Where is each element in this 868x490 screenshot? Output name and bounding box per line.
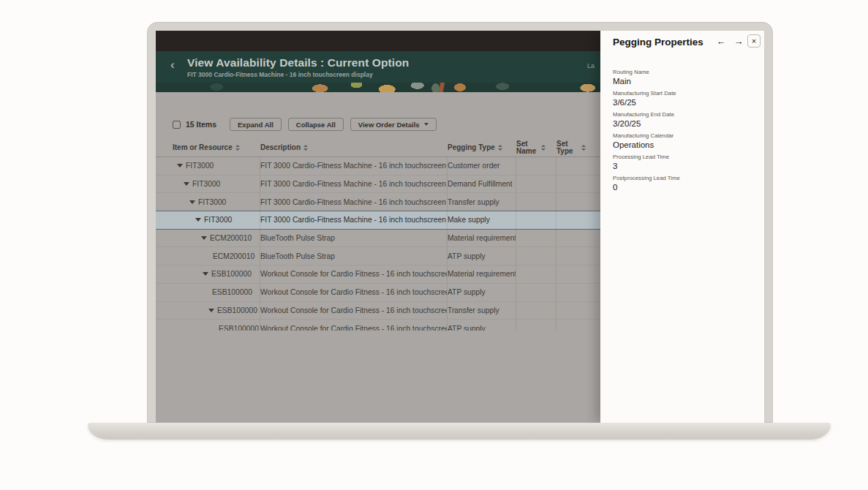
set-type-cell <box>556 157 601 175</box>
item-or-resource-cell: ESB100000 <box>156 320 260 331</box>
expand-caret-icon[interactable] <box>201 236 207 240</box>
view-order-details-label: View Order Details <box>358 121 420 129</box>
field-value: 0 <box>613 182 752 192</box>
expand-caret-icon[interactable] <box>203 272 208 276</box>
pegging-type-cell: Customer order <box>448 157 516 175</box>
table-row[interactable]: ESB100000 Workout Console for Cardio Fit… <box>156 320 601 331</box>
column-label: Item or Resource <box>173 144 233 151</box>
column-header-description[interactable]: Description <box>260 144 448 151</box>
close-icon[interactable]: × <box>747 34 761 48</box>
expand-all-label: Expand All <box>238 121 273 129</box>
item-or-resource-cell: ESB100000 <box>156 302 260 320</box>
table-row[interactable]: FIT3000 FIT 3000 Cardio-Fitness Machine … <box>156 176 601 194</box>
property-field: Routing Name Main <box>613 69 752 86</box>
description-cell: Workout Console for Cardio Fitness - 16 … <box>260 302 448 320</box>
set-type-cell <box>556 320 601 331</box>
select-all-checkbox[interactable] <box>173 121 181 129</box>
sort-icon[interactable] <box>581 145 586 151</box>
sort-icon[interactable] <box>235 145 240 151</box>
item-code: ESB100000 <box>211 270 252 278</box>
table-row[interactable]: ESB100000 Workout Console for Cardio Fit… <box>156 302 601 320</box>
previous-record-arrow-icon[interactable]: ← <box>715 36 727 48</box>
pegging-type-cell: Demand Fulfillment <box>448 176 516 193</box>
pegging-type-cell: ATP supply <box>448 247 516 265</box>
property-field: Processing Lead Time 3 <box>613 154 752 171</box>
expand-caret-icon[interactable] <box>195 218 201 222</box>
table-row[interactable]: ECM200010 BlueTooth Pulse Strap Material… <box>156 230 601 248</box>
table-row[interactable]: FIT3000 FIT 3000 Cardio-Fitness Machine … <box>156 157 601 176</box>
field-value: Main <box>613 76 752 86</box>
sort-icon[interactable] <box>498 145 502 151</box>
column-header-set-type[interactable]: Set Type <box>556 140 601 155</box>
item-or-resource-cell: FIT3000 <box>156 157 260 175</box>
description-cell: BlueTooth Pulse Strap <box>260 247 448 265</box>
page: ‹ View Availability Details : Current Op… <box>0 0 868 490</box>
column-header-pegging-type[interactable]: Pegging Type <box>448 144 516 151</box>
set-type-cell <box>556 247 601 265</box>
description-cell: Workout Console for Cardio Fitness - 16 … <box>260 284 448 301</box>
dropdown-caret-icon <box>424 123 429 126</box>
table-row[interactable]: ESB100000 Workout Console for Cardio Fit… <box>156 284 601 302</box>
pegging-type-cell: Material requirement <box>448 265 516 283</box>
view-order-details-button[interactable]: View Order Details <box>350 118 437 131</box>
field-label: Manufacturing End Date <box>613 111 752 118</box>
expand-all-button[interactable]: Expand All <box>230 118 282 131</box>
expand-caret-icon[interactable] <box>184 182 189 186</box>
item-or-resource-cell: FIT3000 <box>156 193 260 211</box>
table-header-row: Item or Resource Description Pegging Typ… <box>156 138 601 157</box>
set-type-cell <box>556 265 601 283</box>
description-cell: BlueTooth Pulse Strap <box>260 230 448 247</box>
sort-icon[interactable] <box>303 145 308 151</box>
expand-caret-icon[interactable] <box>208 309 214 312</box>
description-cell: FIT 3000 Cardio-Fitness Machine - 16 inc… <box>260 176 448 193</box>
description-cell: Workout Console for Cardio Fitness - 16 … <box>260 320 448 331</box>
table-toolbar: 15 Items Expand All Collapse All View Or… <box>173 118 437 131</box>
property-field: Manufacturing Start Date 3/6/25 <box>613 90 752 108</box>
item-code: ESB100000 <box>217 306 257 314</box>
pegging-type-cell: Make supply <box>448 211 516 229</box>
set-type-cell <box>556 176 601 193</box>
column-label: Description <box>260 144 301 151</box>
back-chevron-icon[interactable]: ‹ <box>170 58 175 72</box>
field-label: Manufacturing Calendar <box>613 132 752 139</box>
column-label: Set Type <box>556 140 578 155</box>
column-label: Set Name <box>516 140 538 155</box>
panel-header: Pegging Properties ← → × <box>600 31 764 53</box>
table-row[interactable]: ESB100000 Workout Console for Cardio Fit… <box>156 265 601 284</box>
item-code: ECM200010 <box>213 252 254 260</box>
items-count-label: 15 Items <box>186 120 216 129</box>
set-name-cell <box>516 302 556 320</box>
pegging-type-cell: ATP supply <box>448 320 516 331</box>
description-cell: FIT 3000 Cardio-Fitness Machine - 16 inc… <box>260 211 448 229</box>
sort-icon[interactable] <box>541 145 546 151</box>
field-label: Routing Name <box>613 69 752 75</box>
panel-fields: Routing Name Main Manufacturing Start Da… <box>600 53 764 192</box>
item-code: ESB100000 <box>219 325 259 331</box>
field-value: 3/6/25 <box>613 97 752 108</box>
expand-caret-icon[interactable] <box>189 200 195 204</box>
item-code: FIT3000 <box>192 180 220 188</box>
page-title: View Availability Details : Current Opti… <box>187 56 409 69</box>
field-label: Postprocessing Lead Time <box>613 175 752 181</box>
set-type-cell <box>556 302 601 320</box>
description-cell: FIT 3000 Cardio-Fitness Machine - 16 inc… <box>260 193 448 211</box>
item-or-resource-cell: ECM200010 <box>156 247 260 265</box>
collapse-all-button[interactable]: Collapse All <box>288 118 344 131</box>
next-record-arrow-icon[interactable]: → <box>733 36 744 48</box>
table-row[interactable]: FIT3000 FIT 3000 Cardio-Fitness Machine … <box>156 193 601 211</box>
pegging-type-cell: Material requirement <box>448 230 516 247</box>
description-cell: Workout Console for Cardio Fitness - 16 … <box>260 265 448 283</box>
item-code: FIT3000 <box>204 216 232 224</box>
table-row[interactable]: FIT3000 FIT 3000 Cardio-Fitness Machine … <box>156 211 601 230</box>
item-code: FIT3000 <box>186 162 214 170</box>
column-header-item-or-resource[interactable]: Item or Resource <box>156 144 260 151</box>
set-name-cell <box>516 176 556 193</box>
property-field: Manufacturing End Date 3/20/25 <box>613 111 752 129</box>
table-row[interactable]: ECM200010 BlueTooth Pulse Strap ATP supp… <box>156 247 601 265</box>
field-value: 3/20/25 <box>613 118 752 129</box>
item-or-resource-cell: FIT3000 <box>156 176 260 193</box>
expand-caret-icon[interactable] <box>177 164 183 167</box>
description-cell: FIT 3000 Cardio-Fitness Machine - 16 inc… <box>260 157 448 175</box>
set-name-cell <box>516 284 556 301</box>
column-header-set-name[interactable]: Set Name <box>516 140 556 155</box>
